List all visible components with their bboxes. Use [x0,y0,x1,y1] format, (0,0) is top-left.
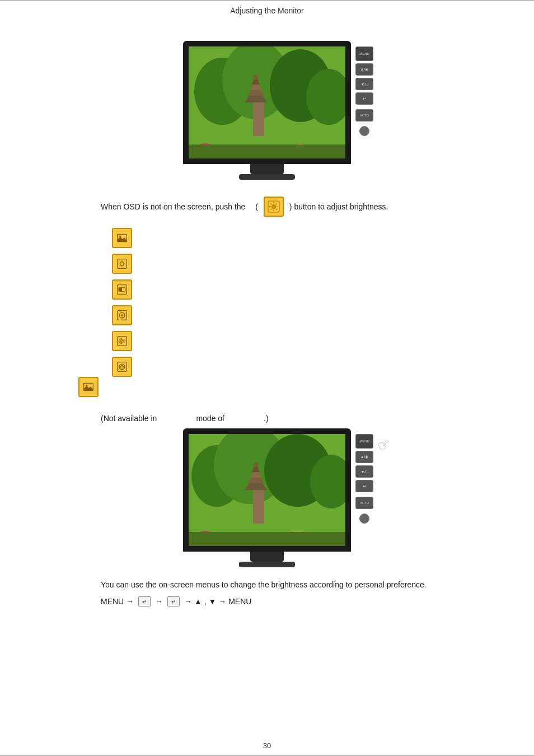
svg-rect-62 [253,490,264,524]
svg-point-47 [120,338,121,340]
enter-button: ↵ [355,92,373,105]
menu-button-label: MENU [355,46,373,61]
enter-icon-1: ↵ [138,596,151,606]
svg-rect-72 [189,532,345,546]
svg-point-17 [271,204,276,209]
up2-button: ▲/◉ [355,451,373,463]
power2-button [359,514,369,524]
picture-icon [112,228,132,248]
page-title: Adjusting the Monitor [230,6,304,15]
note-text: (Not available in mode of .) [45,414,489,423]
brightness-list-icon [112,254,132,274]
monitor2-stand [250,552,284,562]
gamma-icon [112,357,132,377]
monitor2-base [239,562,295,567]
svg-point-40 [121,314,123,316]
auto-button: AUTO [355,109,373,122]
monitor-illustration-top: MENU ▲/◉ ▼/□ ↵ AUTO [45,41,489,180]
svg-point-49 [120,342,122,344]
menu-icon-list [112,228,489,377]
brightness-description: When OSD is not on the screen, push the … [45,197,489,217]
brightness-icon-inline [264,197,284,217]
menu-path: MENU → ↵ → ↵ → ▲ , ▼ → MENU [45,596,489,606]
monitor2-side-buttons: MENU ▲/◉ ▼/□ ↵ AUTO ☞ [355,434,373,524]
finger-pointer-icon: ☞ [374,435,392,456]
svg-point-53 [121,366,123,367]
svg-point-30 [120,262,124,266]
svg-rect-5 [253,102,264,136]
down2-button: ▼/□ [355,465,373,478]
monitor-base [239,174,295,180]
color-temp-icon [112,331,132,351]
corner-picture-icon-area [78,377,489,397]
page-number: 30 [263,741,271,750]
power-button [359,126,369,136]
up-button: ▲/◉ [355,63,373,76]
svg-marker-28 [118,237,127,241]
svg-rect-37 [119,288,122,292]
enter2-button: ↵ [355,480,373,492]
corner-picture-icon [78,377,99,397]
svg-rect-15 [189,144,345,158]
color-icon [112,305,132,325]
svg-point-48 [122,340,124,342]
menu2-button-label: MENU [355,434,373,449]
monitor-side-buttons: MENU ▲/◉ ▼/□ ↵ AUTO [355,46,373,136]
brightness-text-after: ) button to adjust brightness. [289,202,388,211]
brightness-text-before: When OSD is not on the screen, push the [101,202,245,211]
description-text: You can use the on-screen menus to chang… [45,578,437,591]
monitor-illustration-bottom: MENU ▲/◉ ▼/□ ↵ AUTO ☞ [45,428,489,567]
contrast-icon [112,279,132,300]
svg-marker-56 [84,386,93,390]
down-button: ▼/□ [355,78,373,90]
page-footer: 30 [0,736,534,756]
auto2-button: AUTO [355,497,373,509]
monitor-stand [250,164,284,174]
enter-icon-2: ↵ [167,596,180,606]
